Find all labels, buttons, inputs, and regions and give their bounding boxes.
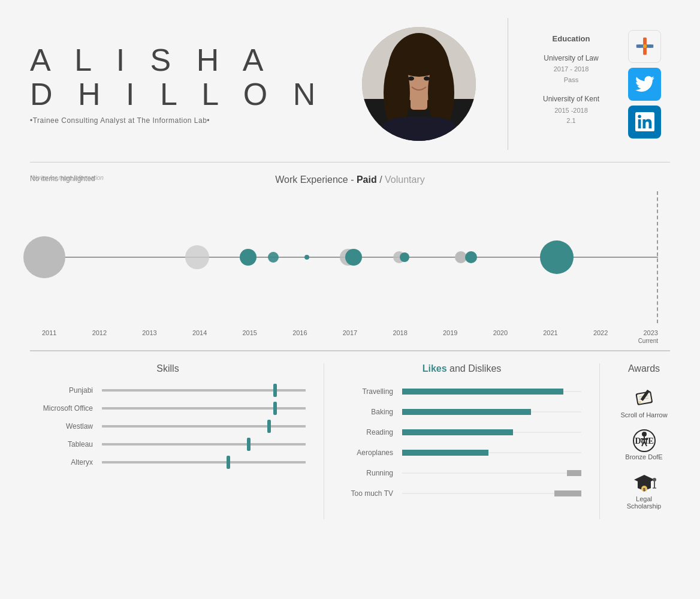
award-label-scholarship: Legal Scholarship (618, 495, 670, 510)
svg-point-17 (643, 50, 646, 53)
likes-bar-neg-running (567, 470, 581, 476)
year-2023-container: 2023 (644, 329, 658, 336)
likes-bar-pos-baking (402, 409, 531, 415)
timeline-bubble[interactable] (540, 240, 574, 274)
skill-track (102, 426, 306, 427)
skill-marker-alteryx (227, 456, 230, 469)
profile-photo (362, 27, 476, 141)
likes-row-travelling: Travelling (342, 386, 581, 397)
edu-dates-1: 2017 - 2018 (526, 64, 616, 75)
year-2022: 2022 (593, 329, 608, 336)
year-2016: 2016 (292, 329, 307, 336)
twitter-icon[interactable] (628, 68, 661, 101)
award-legal-scholarship: $ Legal Scholarship (618, 470, 670, 510)
name-section: A L I S H A D H I L L O N •Trainee Consu… (30, 43, 324, 125)
likes-row-running: Running (342, 468, 581, 478)
linkedin-svg (635, 112, 654, 131)
skill-bar-msoffice (102, 407, 306, 410)
skill-track (102, 444, 306, 445)
likes-label-running: Running (342, 469, 402, 477)
skill-row-punjabi: Punjabi (30, 386, 306, 395)
timeline-bubble[interactable] (345, 249, 362, 266)
edu-entry-2: University of Kent 2015 -2018 2.1 (526, 94, 616, 126)
svg-point-10 (424, 77, 430, 81)
skill-label-alteryx: Alteryx (30, 458, 102, 466)
likes-label-tv: Too much TV (342, 489, 402, 498)
skill-track (102, 462, 306, 463)
work-experience-section: No items highlighted *Hover for more inf… (0, 162, 700, 350)
graduation-icon: $ (632, 470, 657, 495)
skill-bar-alteryx (102, 461, 306, 463)
likes-chart-running (402, 468, 581, 478)
year-2014: 2014 (192, 329, 207, 336)
likes-chart-tv (402, 488, 581, 499)
center-line (402, 473, 581, 474)
skill-marker-westlaw (267, 420, 271, 433)
skill-label-tableau: Tableau (30, 440, 102, 449)
award-scroll-of-harrow: Scroll of Harrow (618, 386, 670, 419)
vertical-divider (508, 18, 508, 150)
award-label-dofe: Bronze DofE (625, 453, 662, 460)
education-section: Education University of Law 2017 - 2018 … (526, 33, 616, 135)
skill-marker-msoffice (273, 402, 277, 415)
award-dofe: DofE Bronze DofE (618, 428, 670, 460)
skills-title: Skills (30, 363, 306, 374)
tableau-icon[interactable] (628, 30, 661, 63)
likes-label-baking: Baking (342, 408, 402, 416)
skill-label-westlaw: Westlaw (30, 422, 102, 431)
header-section: A L I S H A D H I L L O N •Trainee Consu… (0, 0, 700, 162)
timeline-bubble[interactable] (268, 252, 279, 263)
likes-chart-aeroplanes (402, 447, 581, 458)
year-2019: 2019 (443, 329, 457, 336)
no-items-container: No items highlighted *Hover for more inf… (30, 174, 104, 181)
timeline-bubble[interactable] (400, 252, 409, 262)
svg-point-18 (638, 44, 641, 47)
skill-bar-tableau (102, 443, 306, 446)
linkedin-icon[interactable] (628, 106, 661, 139)
voluntary-label: Voluntary (385, 174, 425, 185)
likes-chart-travelling (402, 386, 581, 397)
dofe-icon: DofE (632, 428, 657, 453)
work-title: Work Experience - Paid / Voluntary (275, 174, 425, 185)
edu-institution-1: University of Law (526, 53, 616, 64)
skill-label-msoffice: Microsoft Office (30, 404, 102, 413)
photo-section (348, 27, 490, 141)
no-items-text: No items highlighted (30, 174, 95, 183)
svg-point-16 (643, 39, 646, 42)
likes-bar-pos-travelling (402, 389, 563, 395)
likes-dislikes-section: Likes and Dislikes Travelling Baking Rea… (324, 363, 599, 519)
likes-bar-pos-aeroplanes (402, 450, 488, 456)
timeline-bubble[interactable] (240, 249, 257, 266)
timeline-container (30, 191, 670, 323)
edu-institution-2: University of Kent (526, 94, 616, 105)
timeline-bubble[interactable] (304, 255, 309, 260)
portrait-svg (362, 27, 476, 141)
likes-word: Likes (423, 363, 447, 374)
skill-row-westlaw: Westlaw (30, 422, 306, 431)
subtitle: •Trainee Consulting Analyst at The Infor… (30, 116, 324, 125)
edu-entry-1: University of Law 2017 - 2018 Pass (526, 53, 616, 85)
skill-marker-punjabi (273, 384, 277, 397)
timeline-bubble[interactable] (23, 236, 65, 278)
svg-point-29 (642, 432, 647, 437)
timeline-bubble[interactable] (185, 245, 209, 269)
likes-row-baking: Baking (342, 407, 581, 417)
timeline-bubble[interactable] (465, 251, 477, 263)
skill-marker-tableau (247, 438, 251, 451)
year-2011: 2011 (42, 329, 56, 336)
svg-rect-11 (380, 117, 458, 141)
skill-row-alteryx: Alteryx (30, 458, 306, 466)
svg-point-19 (648, 44, 651, 47)
last-name: D H I L L O N (30, 77, 324, 112)
likes-dislikes-title: Likes and Dislikes (342, 363, 581, 374)
award-label-scroll: Scroll of Harrow (620, 411, 667, 419)
awards-section: Awards Scroll of Harrow DofE (599, 363, 670, 519)
svg-point-20 (642, 44, 646, 48)
scroll-icon (632, 386, 657, 411)
year-2015: 2015 (243, 329, 257, 336)
tableau-svg (635, 37, 654, 56)
likes-label-aeroplanes: Aeroplanes (342, 449, 402, 457)
current-label: Current (30, 338, 670, 344)
skill-row-tableau: Tableau (30, 440, 306, 449)
svg-point-9 (408, 77, 414, 81)
